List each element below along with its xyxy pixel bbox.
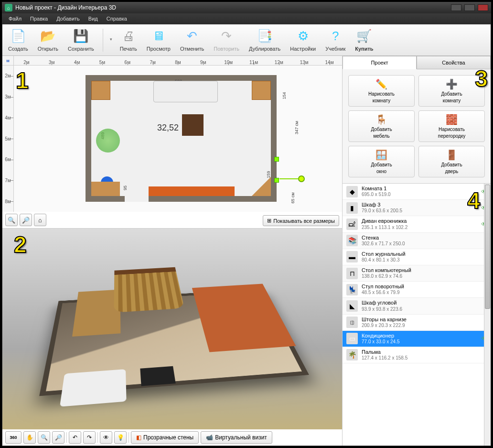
window-title: Новый проект - Дизайн Интерьера 3D <box>15 4 116 11</box>
scene-item-dims: 80.4 x 80.1 x 30.3 <box>362 257 487 263</box>
ruler-v-tick: 5м <box>2 128 13 149</box>
duplicate-button[interactable]: 📑Дублировать <box>247 28 282 53</box>
selection-handle[interactable] <box>274 157 279 162</box>
scene-item-name: Пальма <box>362 349 487 355</box>
selection-handle[interactable] <box>274 178 279 183</box>
add-door-icon: 🚪 <box>445 149 459 161</box>
settings-button[interactable]: ⚙Настройки <box>288 28 318 53</box>
buy-button[interactable]: 🛒Купить <box>353 28 375 53</box>
scene-item[interactable]: ◣Шкаф угловой93.9 x 93.8 x 223.6 <box>343 298 491 314</box>
print-icon: 🖨 <box>121 29 136 44</box>
furn-sofa[interactable] <box>153 81 218 102</box>
tab-properties-label: Свойства <box>442 60 465 66</box>
dimensions-icon: ⊞ <box>267 218 271 224</box>
open-label: Открыть <box>38 46 58 52</box>
zoom-in-button[interactable]: 🔎 <box>20 214 32 226</box>
view-3d-pane[interactable]: 360 ✋ 🔍 🔎 ↶ ↷ 👁 💡 ◧Прозрачные стены 📹Вир… <box>2 228 342 446</box>
room-outline[interactable]: 582 489 665 95 159 <box>86 75 277 202</box>
transparent-walls-button[interactable]: ◧Прозрачные стены <box>131 431 199 444</box>
add-window-icon: 🪟 <box>375 149 389 161</box>
print-label: Печать <box>120 46 137 52</box>
plan-canvas[interactable]: 582 489 665 95 159 <box>14 66 342 212</box>
preview-button[interactable]: 🖥Просмотр <box>145 28 172 53</box>
print-button[interactable]: 🖨Печать <box>118 28 139 53</box>
open-button[interactable]: 📂Открыть <box>36 28 60 53</box>
scene-item-name: Шкаф угловой <box>362 300 487 306</box>
scene-item-dims: 235.1 x 113.1 x 102.2 <box>362 225 477 230</box>
camera-icon: 📹 <box>206 434 213 441</box>
furn-wall-unit[interactable] <box>149 186 235 196</box>
furn-table[interactable] <box>182 114 204 136</box>
furn-wardrobe[interactable] <box>91 81 110 100</box>
virtual-visit-button[interactable]: 📹Виртуальный визит <box>201 431 272 444</box>
menu-0[interactable]: Файл <box>5 15 25 22</box>
menu-3[interactable]: Вид <box>85 15 102 22</box>
transparent-icon: ◧ <box>136 434 141 441</box>
scene-object-list[interactable]: 4 ◆Комната 1695.0 x 519.0👁▮Шкаф 379.0 x … <box>343 183 491 446</box>
tab-project[interactable]: Проект <box>343 56 417 69</box>
undo-icon: ↶ <box>184 29 200 44</box>
save-button[interactable]: 💾Сохранить <box>66 28 96 53</box>
add-furniture-label2: мебель <box>373 133 389 139</box>
zoom-out-3d-button[interactable]: 🔍 <box>38 431 50 444</box>
menu-1[interactable]: Правка <box>26 15 52 22</box>
furn-desk[interactable] <box>91 182 120 196</box>
view-3d-canvas[interactable] <box>2 229 342 429</box>
pan-button[interactable]: ✋ <box>23 431 36 444</box>
draw-room-button[interactable]: ✏️Нарисоватькомнату <box>348 75 415 107</box>
dim-right-small: 154 <box>282 92 287 99</box>
add-door-button[interactable]: 🚪Добавитьдверь <box>418 146 485 177</box>
tutorial-button[interactable]: ?Учебник <box>323 28 347 53</box>
add-room-label2: комнату <box>443 98 461 104</box>
draw-room-icon: ✏️ <box>375 78 389 90</box>
rotate-right-button[interactable]: ↷ <box>83 431 96 444</box>
add-furniture-label1: Добавить <box>371 127 392 132</box>
view-3d-controls: 360 ✋ 🔍 🔎 ↶ ↷ 👁 💡 ◧Прозрачные стены 📹Вир… <box>5 431 339 444</box>
plan-2d-pane[interactable]: м 2м3м4м5м6м7м8м9м10м11м12м13м14м 2м3м4м… <box>2 56 342 228</box>
add-furniture-button[interactable]: 🪑Добавитьмебель <box>348 110 415 142</box>
furn-palm[interactable] <box>96 129 120 153</box>
zoom-in-3d-button[interactable]: 🔎 <box>52 431 64 444</box>
visibility-button[interactable]: 👁 <box>100 431 112 444</box>
scrollbar[interactable] <box>484 184 491 446</box>
scene-item[interactable]: ⊓Стол компьютерный138.0 x 62.9 x 74.6 <box>343 265 491 282</box>
scene-item-name: Кондиционер <box>362 333 477 339</box>
annotation-1: 1 <box>16 67 29 94</box>
furn-corner-shelf[interactable] <box>252 177 271 196</box>
rotate-360-button[interactable]: 360 <box>5 431 21 444</box>
selection-marker[interactable] <box>298 175 305 182</box>
scene-item-thumb: ▮ <box>346 202 358 214</box>
rotate-left-button[interactable]: ↶ <box>69 431 81 444</box>
draw-partition-button[interactable]: 🧱Нарисоватьперегородку <box>418 110 485 142</box>
zoom-out-button[interactable]: 🔍 <box>5 214 18 226</box>
light-button[interactable]: 💡 <box>114 431 127 444</box>
toolbar-dropdown-arrow[interactable]: ▾ <box>110 37 112 42</box>
scene-item[interactable]: ▬Стол журнальный80.4 x 80.1 x 30.3 <box>343 249 491 265</box>
scene-item[interactable]: ▭Кондиционер77.0 x 33.0 x 24.5👁 <box>343 331 491 347</box>
maximize-button[interactable] <box>464 4 475 11</box>
door-gap <box>125 196 149 202</box>
undo-button[interactable]: ↶Отменить <box>178 28 206 53</box>
add-room-label1: Добавить <box>441 91 462 97</box>
buy-icon: 🛒 <box>356 29 372 44</box>
scene-item[interactable]: 🛋Диван еврокнижка235.1 x 113.1 x 102.2👁 <box>343 216 491 232</box>
scene-item[interactable]: 💺Стул поворотный48.5 x 56.6 x 79.9 <box>343 282 491 298</box>
close-button[interactable] <box>478 4 488 11</box>
home-button[interactable]: ⌂ <box>34 214 46 226</box>
menu-4[interactable]: Справка <box>103 15 131 22</box>
scene-item[interactable]: ⎅Шторы на карнизе200.9 x 20.3 x 222.9 <box>343 315 491 331</box>
add-window-button[interactable]: 🪟Добавитьокно <box>348 146 415 177</box>
scene-item-name: Стенка <box>362 235 487 241</box>
furn-wardrobe2[interactable] <box>252 81 271 100</box>
scene-item[interactable]: 🌴Пальма127.4 x 116.2 x 158.5 <box>343 347 491 363</box>
scrollbar-thumb[interactable] <box>485 185 490 309</box>
show-dimensions-button[interactable]: ⊞ Показывать все размеры <box>263 215 339 226</box>
menu-2[interactable]: Добавить <box>53 15 84 22</box>
zoom-in-icon: 🔎 <box>22 217 30 224</box>
scene-item-name: Стул поворотный <box>362 284 487 290</box>
minimize-button[interactable] <box>451 4 461 11</box>
scene-item[interactable]: 📚Стенка302.6 x 71.7 x 250.0 <box>343 233 491 249</box>
create-button[interactable]: 📄Создать <box>6 28 30 53</box>
ruler-h-tick: 13м <box>291 60 317 65</box>
redo-button[interactable]: ↷Повторить <box>212 28 241 53</box>
